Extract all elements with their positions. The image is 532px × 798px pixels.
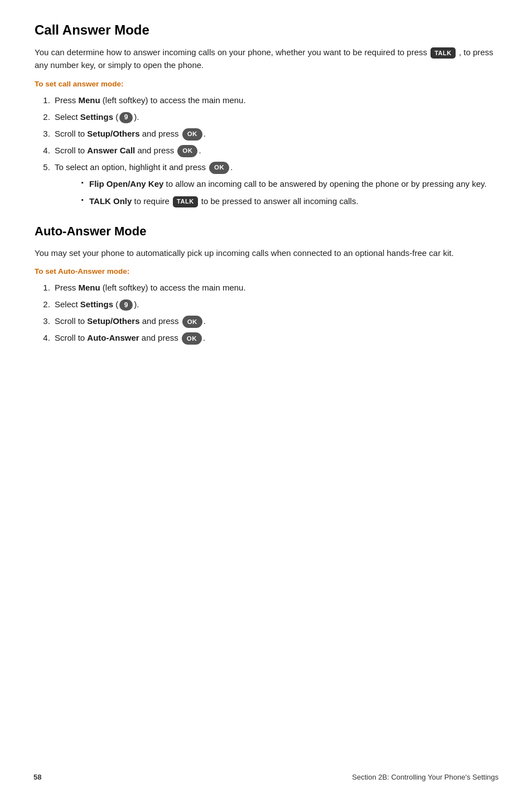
talk-badge-bullet: TALK xyxy=(173,196,198,207)
auto-answer-mode-section: Auto-Answer Mode You may set your phone … xyxy=(35,224,497,345)
ok-badge-4: OK xyxy=(182,316,202,328)
settings-badge-2: 9 xyxy=(119,299,133,311)
talk-only-bullet: TALK Only to require TALK to be pressed … xyxy=(81,195,497,207)
auto-answer-step-1: Press Menu (left softkey) to access the … xyxy=(52,281,497,294)
call-answer-step-2: Select Settings (9). xyxy=(52,110,497,124)
section-label: Section 2B: Controlling Your Phone's Set… xyxy=(352,773,499,781)
auto-answer-subsection-title: To set Auto-Answer mode: xyxy=(35,267,497,275)
call-answer-step-3: Scroll to Setup/Others and press OK. xyxy=(52,127,497,141)
call-answer-step-4: Scroll to Answer Call and press OK. xyxy=(52,144,497,157)
call-answer-subbullets: Flip Open/Any Key to allow an incoming c… xyxy=(81,177,497,208)
ok-badge-2: OK xyxy=(177,145,197,157)
flip-open-bullet: Flip Open/Any Key to allow an incoming c… xyxy=(81,177,497,190)
call-answer-mode-intro: You can determine how to answer incoming… xyxy=(35,46,497,72)
call-answer-step-1: Press Menu (left softkey) to access the … xyxy=(52,94,497,107)
page-footer: 58 Section 2B: Controlling Your Phone's … xyxy=(0,773,532,781)
page-content: Call Answer Mode You can determine how t… xyxy=(35,22,497,345)
auto-answer-step-4: Scroll to Auto-Answer and press OK. xyxy=(52,331,497,345)
page-number: 58 xyxy=(33,773,41,781)
call-answer-step-5: To select an option, highlight it and pr… xyxy=(52,161,497,208)
settings-badge-1: 9 xyxy=(119,112,133,123)
call-answer-mode-heading: Call Answer Mode xyxy=(35,22,497,38)
auto-answer-steps-list: Press Menu (left softkey) to access the … xyxy=(52,281,497,345)
auto-answer-mode-heading: Auto-Answer Mode xyxy=(35,224,497,239)
ok-badge-3: OK xyxy=(209,162,229,174)
call-answer-mode-section: Call Answer Mode You can determine how t… xyxy=(35,22,497,207)
auto-answer-mode-intro: You may set your phone to automatically … xyxy=(35,246,497,259)
auto-answer-step-3: Scroll to Setup/Others and press OK. xyxy=(52,315,497,328)
call-answer-steps-list: Press Menu (left softkey) to access the … xyxy=(52,94,497,208)
talk-button-badge-intro: TALK xyxy=(431,47,456,59)
auto-answer-step-2: Select Settings (9). xyxy=(52,298,497,311)
call-answer-subsection-title: To set call answer mode: xyxy=(35,80,497,88)
ok-badge-1: OK xyxy=(182,128,202,141)
ok-badge-5: OK xyxy=(182,332,202,345)
